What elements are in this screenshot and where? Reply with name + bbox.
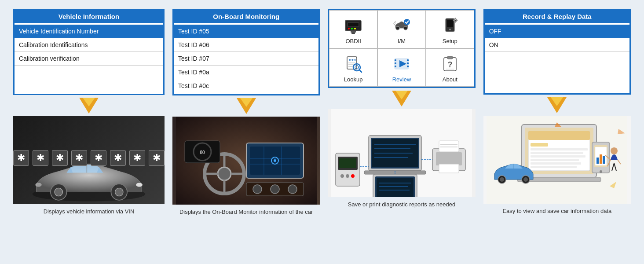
svg-point-7 xyxy=(115,188,123,196)
main-container: Vehicle Information Vehicle Identificati… xyxy=(13,9,631,216)
vin-star: ✱ xyxy=(52,150,68,166)
svg-point-43 xyxy=(396,26,399,30)
svg-rect-69 xyxy=(407,66,409,67)
on-board-panel: On-Board Monitoring Test ID #05 Test ID … xyxy=(172,9,320,95)
svg-rect-66 xyxy=(395,66,396,67)
svg-rect-119 xyxy=(531,155,585,158)
vehicle-info-caption: Displays vehicle information via VIN xyxy=(44,208,135,216)
setup-icon xyxy=(440,16,460,35)
record-image xyxy=(483,116,631,204)
arrow-down-2 xyxy=(237,98,256,114)
svg-rect-72 xyxy=(447,56,453,59)
record-svg xyxy=(487,116,627,204)
svg-point-48 xyxy=(449,29,451,30)
svg-rect-100 xyxy=(377,178,413,197)
svg-point-14 xyxy=(218,167,231,180)
about-cell[interactable]: ? About xyxy=(426,48,474,87)
setup-cell[interactable]: Setup xyxy=(426,10,474,48)
arrow-down-4 xyxy=(547,97,567,113)
svg-rect-127 xyxy=(596,158,599,164)
on-board-caption: Displays the On-Board Monitor informatio… xyxy=(179,208,313,216)
obdii-icon xyxy=(344,16,363,35)
svg-point-40 xyxy=(354,28,356,29)
vehicle-info-panel: Vehicle Information Vehicle Identificati… xyxy=(13,9,165,95)
svg-point-8 xyxy=(136,183,143,187)
svg-rect-53 xyxy=(453,20,454,21)
lookup-label: Lookup xyxy=(344,76,363,83)
svg-rect-128 xyxy=(600,154,602,164)
icon-grid-column: OBDII I/M xyxy=(328,9,475,209)
vin-star: ✱ xyxy=(149,150,165,166)
about-label: About xyxy=(443,76,457,83)
svg-rect-97 xyxy=(439,164,459,173)
svg-point-82 xyxy=(346,174,349,178)
svg-point-139 xyxy=(611,147,618,154)
about-icon: ? xyxy=(440,54,460,73)
svg-rect-93 xyxy=(436,152,462,165)
svg-rect-121 xyxy=(531,162,581,165)
vin-star: ✱ xyxy=(91,150,106,166)
vehicle-info-header: Vehicle Information xyxy=(15,10,163,23)
svg-point-81 xyxy=(340,174,344,178)
list-item[interactable]: Test ID #0c xyxy=(174,79,318,92)
svg-point-30 xyxy=(288,185,297,194)
arrow-down-3 xyxy=(392,91,411,106)
diag-caption: Save or print diagnostic reports as need… xyxy=(348,201,455,209)
review-cell[interactable]: Review xyxy=(377,48,426,87)
interior-image: 80 xyxy=(172,117,320,205)
svg-point-39 xyxy=(351,28,353,29)
svg-rect-120 xyxy=(531,159,579,161)
svg-rect-64 xyxy=(395,59,396,61)
vin-stars: ✱ ✱ ✱ ✱ ✱ ✱ ✱ ✱ xyxy=(13,150,165,166)
svg-point-44 xyxy=(404,26,407,30)
list-item[interactable]: Test ID #0a xyxy=(174,66,318,79)
list-item[interactable]: Calibration verification xyxy=(15,52,163,66)
lookup-cell[interactable]: DTC Lookup xyxy=(329,48,377,87)
lookup-icon: DTC xyxy=(344,54,363,73)
record-panel: Record & Replay Data OFF ON xyxy=(483,9,631,95)
svg-rect-116 xyxy=(531,143,548,147)
setup-label: Setup xyxy=(443,38,457,44)
svg-point-5 xyxy=(55,188,62,196)
on-board-body: Test ID #05 Test ID #06 Test ID #07 Test… xyxy=(174,23,318,94)
svg-rect-117 xyxy=(531,148,588,150)
list-item[interactable]: Test ID #07 xyxy=(174,52,318,66)
im-icon xyxy=(392,16,411,35)
vin-star: ✱ xyxy=(13,150,29,166)
list-item[interactable]: Calibration Identifications xyxy=(15,38,163,52)
svg-rect-37 xyxy=(348,23,359,26)
svg-rect-41 xyxy=(351,31,356,33)
svg-point-28 xyxy=(253,185,262,194)
diag-image xyxy=(328,109,475,197)
svg-rect-115 xyxy=(528,131,590,140)
svg-text:DTC: DTC xyxy=(349,58,356,62)
svg-point-9 xyxy=(35,183,42,187)
list-item[interactable]: Vehicle Identification Number xyxy=(15,25,163,38)
svg-text:80: 80 xyxy=(200,150,205,155)
icon-grid: OBDII I/M xyxy=(329,10,474,87)
svg-rect-94 xyxy=(439,141,459,152)
list-item[interactable]: Test ID #06 xyxy=(174,38,318,52)
svg-point-50 xyxy=(455,20,456,21)
arrow-down-1 xyxy=(79,98,99,114)
list-item[interactable]: ON xyxy=(485,38,629,52)
svg-rect-65 xyxy=(395,62,396,64)
obdii-label: OBDII xyxy=(346,38,361,44)
svg-point-38 xyxy=(348,28,350,29)
im-cell[interactable]: I/M xyxy=(377,10,426,48)
vin-star: ✱ xyxy=(110,150,126,166)
svg-line-62 xyxy=(359,70,362,72)
vin-star: ✱ xyxy=(33,150,48,166)
obdii-cell[interactable]: OBDII xyxy=(329,10,377,48)
vin-star: ✱ xyxy=(129,150,145,166)
list-item[interactable]: Test ID #05 xyxy=(174,25,318,38)
review-icon xyxy=(392,54,411,73)
review-label: Review xyxy=(392,76,411,83)
svg-point-83 xyxy=(351,174,355,178)
list-item[interactable]: OFF xyxy=(485,25,629,38)
svg-rect-80 xyxy=(339,158,356,168)
record-caption: Easy to view and save car information da… xyxy=(502,207,611,215)
on-board-column: On-Board Monitoring Test ID #05 Test ID … xyxy=(172,9,320,216)
icon-grid-panel: OBDII I/M xyxy=(328,9,475,88)
record-column: Record & Replay Data OFF ON xyxy=(483,9,631,215)
